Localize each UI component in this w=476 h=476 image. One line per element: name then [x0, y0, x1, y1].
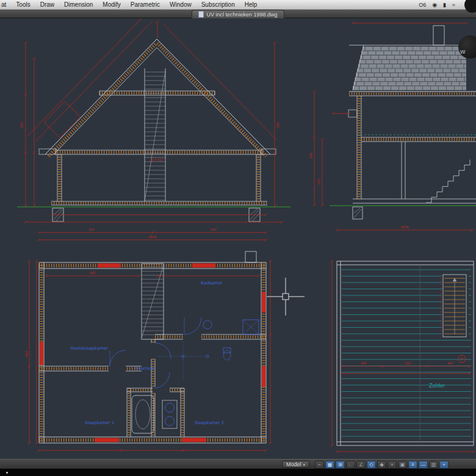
section-right-elevation: 295250 — [309, 22, 476, 219]
crosshair-cursor — [267, 278, 305, 316]
cad-viewport[interactable]: 617 6172952952952505475678234447963Badka… — [0, 0, 476, 476]
title-bar: UV incl technieken 1998.dwg — [0, 9, 476, 18]
bottom-strip-dot — [6, 472, 8, 474]
svg-text:447: 447 — [90, 271, 96, 275]
menu-item-tools[interactable]: Tools — [11, 1, 35, 8]
svg-text:Overloop: Overloop — [135, 366, 154, 371]
svg-text:Zolder: Zolder — [429, 383, 445, 389]
floor-plan-left: 5475678234447963BadkamerHoofdslaapkamerO… — [24, 228, 272, 452]
svg-text:295: 295 — [276, 122, 279, 128]
caret-down-icon: ▾ — [303, 461, 306, 468]
svg-text:8234: 8234 — [401, 225, 409, 229]
status-toggle-group: ⌐▦⊞∟∠◇◆⌖▣≡―▥+ — [315, 461, 449, 469]
menu-item-window[interactable]: Window — [165, 1, 197, 8]
svg-text:567: 567 — [211, 228, 217, 231]
menubar-wifi-icon[interactable]: ≈ — [452, 2, 455, 8]
svg-text:523: 523 — [405, 361, 411, 365]
svg-text:295: 295 — [309, 153, 312, 159]
svg-text:547: 547 — [88, 228, 95, 231]
ortho-toggle[interactable]: ∟ — [346, 461, 355, 469]
menubar-battery-icon[interactable]: ▮ — [443, 2, 446, 8]
menu-item-parametric[interactable]: Parametric — [126, 1, 165, 8]
svg-text:295: 295 — [20, 122, 23, 128]
otrack-toggle[interactable]: ⌖ — [388, 461, 397, 469]
model-space-button[interactable]: Model ▾ — [282, 461, 309, 468]
menu-item-subscription[interactable]: Subscription — [197, 1, 240, 8]
svg-text:Hoofdslaapkamer: Hoofdslaapkamer — [70, 346, 108, 351]
svg-text:963: 963 — [24, 351, 28, 357]
document-icon — [198, 11, 204, 18]
svg-text:447: 447 — [447, 361, 453, 365]
section-left-elevation: 617 617295295 — [17, 15, 290, 223]
tpy-toggle[interactable]: ▥ — [429, 461, 438, 469]
grid-toggle[interactable]: ⊞ — [336, 461, 345, 469]
svg-text:Slaapkamer 1: Slaapkamer 1 — [85, 420, 114, 425]
bottom-strip — [0, 469, 476, 476]
ducs-toggle[interactable]: ▣ — [398, 461, 407, 469]
autocad-window: 617 6172952952952505475678234447963Badka… — [0, 0, 476, 476]
menu-item-help[interactable]: Help — [240, 1, 262, 8]
menu-item-modify[interactable]: Modify — [98, 1, 125, 8]
menu-bar: at Tools Draw Dimension Modify Parametri… — [0, 0, 476, 10]
menu-item-dimension[interactable]: Dimension — [59, 1, 98, 8]
document-tab[interactable]: UV incl technieken 1998.dwg — [192, 10, 284, 18]
svg-text:447: 447 — [361, 361, 367, 365]
menu-item-draw[interactable]: Draw — [35, 1, 59, 8]
qp-toggle[interactable]: + — [439, 461, 449, 469]
menubar-display-icon[interactable]: ◉ — [432, 2, 437, 8]
snap-toggle[interactable]: ▦ — [325, 461, 334, 469]
osnap3d-toggle[interactable]: ◆ — [377, 461, 386, 469]
svg-text:Badkamer: Badkamer — [201, 281, 223, 286]
osnap-toggle[interactable]: ◇ — [367, 461, 376, 469]
menu-item-format-partial[interactable]: at — [0, 1, 11, 8]
menubar-status-text: O6 — [419, 2, 426, 8]
overlay-letter: W — [460, 49, 466, 55]
document-tab-label: UV incl technieken 1998.dwg — [206, 12, 277, 18]
svg-text:8234: 8234 — [149, 235, 157, 239]
infer-toggle[interactable]: ⌐ — [315, 461, 324, 469]
dyn-toggle[interactable]: ≡ — [408, 461, 417, 469]
svg-text:250: 250 — [317, 179, 320, 185]
lwt-toggle[interactable]: ― — [419, 461, 428, 469]
floor-plan-right: 8234447523447Zolder — [331, 225, 475, 453]
svg-text:Slaapkamer 2: Slaapkamer 2 — [195, 420, 224, 425]
polar-toggle[interactable]: ∠ — [356, 461, 366, 469]
svg-text:617 617: 617 617 — [151, 158, 164, 162]
model-space-label: Model — [286, 461, 301, 468]
status-bar: Model ▾ ⌐▦⊞∟∠◇◆⌖▣≡―▥+ — [0, 459, 476, 469]
